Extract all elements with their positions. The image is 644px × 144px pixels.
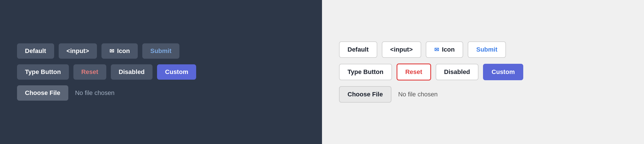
dark-submit-label: Submit [150, 47, 171, 55]
dark-no-file-text: No file chosen [75, 89, 115, 97]
light-choose-file-label: Choose File [348, 91, 383, 98]
light-no-file-text: No file chosen [398, 91, 438, 98]
light-reset-label: Reset [405, 68, 422, 76]
dark-default-label: Default [25, 47, 46, 55]
dark-type-button-label: Type Button [25, 68, 61, 76]
dark-reset-label: Reset [81, 68, 98, 76]
dark-icon-button[interactable]: ✉ Icon [101, 43, 138, 59]
light-default-label: Default [348, 46, 369, 53]
dark-input-label: <input> [67, 47, 89, 55]
envelope-icon-light: ✉ [434, 46, 439, 53]
dark-reset-button[interactable]: Reset [73, 64, 106, 80]
light-default-button[interactable]: Default [339, 41, 377, 58]
dark-row-3: Choose File No file chosen [17, 85, 115, 101]
dark-custom-label: Custom [165, 68, 188, 76]
dark-row-2: Type Button Reset Disabled Custom [17, 64, 196, 80]
light-submit-label: Submit [476, 46, 497, 53]
light-icon-button[interactable]: ✉ Icon [426, 41, 463, 58]
dark-choose-file-button[interactable]: Choose File [17, 85, 68, 101]
dark-disabled-label: Disabled [119, 68, 145, 76]
light-choose-file-button[interactable]: Choose File [339, 86, 391, 103]
dark-choose-file-label: Choose File [25, 89, 60, 96]
light-custom-label: Custom [492, 68, 515, 76]
light-row-3: Choose File No file chosen [339, 86, 438, 103]
light-row-1: Default <input> ✉ Icon Submit [339, 41, 506, 58]
dark-input-button[interactable]: <input> [59, 43, 97, 59]
envelope-icon: ✉ [109, 48, 114, 54]
light-input-label: <input> [390, 46, 413, 53]
light-reset-button[interactable]: Reset [397, 63, 431, 81]
light-custom-button[interactable]: Custom [483, 64, 523, 80]
light-submit-button[interactable]: Submit [468, 41, 506, 58]
light-disabled-label: Disabled [444, 68, 470, 76]
dark-disabled-button[interactable]: Disabled [111, 64, 153, 80]
light-type-button-button[interactable]: Type Button [339, 64, 392, 80]
dark-default-button[interactable]: Default [17, 43, 54, 59]
light-panel: Default <input> ✉ Icon Submit Type Butto… [322, 0, 644, 144]
light-row-2: Type Button Reset Disabled Custom [339, 63, 523, 81]
light-disabled-button[interactable]: Disabled [436, 64, 479, 80]
light-input-button[interactable]: <input> [382, 41, 421, 58]
dark-submit-button[interactable]: Submit [142, 43, 179, 59]
light-icon-label: Icon [442, 46, 455, 53]
dark-custom-button[interactable]: Custom [157, 64, 196, 80]
dark-panel: Default <input> ✉ Icon Submit Type Butto… [0, 0, 322, 144]
dark-row-1: Default <input> ✉ Icon Submit [17, 43, 179, 59]
dark-type-button-button[interactable]: Type Button [17, 64, 69, 80]
light-type-button-label: Type Button [348, 68, 384, 76]
dark-icon-label: Icon [117, 47, 130, 55]
